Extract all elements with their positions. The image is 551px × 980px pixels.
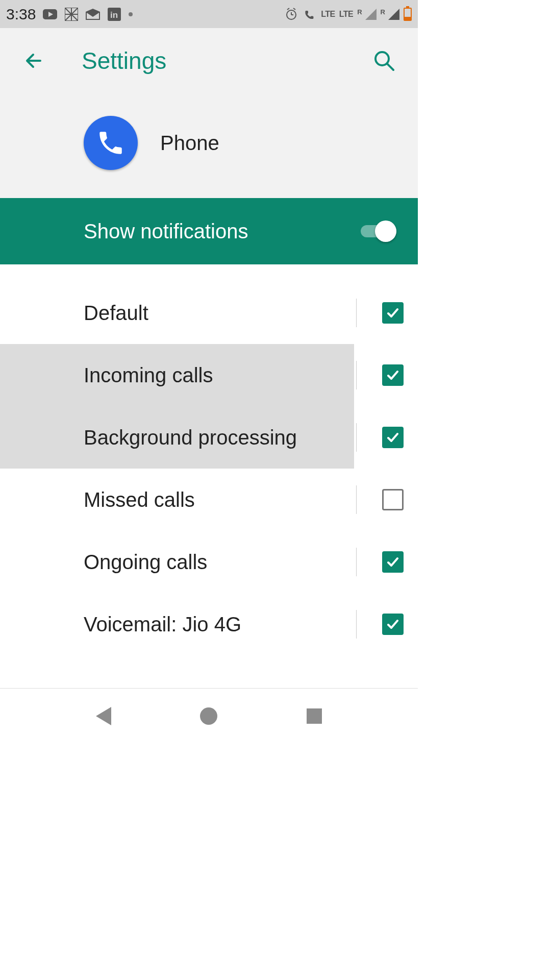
page-title: Settings	[82, 47, 372, 75]
signal1-icon	[365, 9, 377, 20]
channel-checkbox[interactable]	[382, 614, 404, 635]
youtube-icon	[43, 7, 57, 21]
app-icon	[84, 116, 138, 170]
channel-label-area[interactable]: Background processing	[0, 406, 354, 469]
hash-icon	[64, 7, 79, 21]
nav-back-button[interactable]	[88, 701, 119, 731]
nav-back-icon	[96, 707, 111, 725]
channel-label: Ongoing calls	[84, 551, 207, 574]
channel-checkbox[interactable]	[382, 489, 404, 510]
more-notifications-icon	[129, 12, 133, 16]
channel-checkbox-area[interactable]	[368, 469, 418, 531]
channel-row: Default	[0, 282, 418, 344]
channel-checkbox-area[interactable]	[368, 593, 418, 655]
nav-home-icon	[200, 707, 217, 725]
nav-recent-icon	[307, 708, 322, 724]
channel-checkbox-area[interactable]	[368, 406, 418, 469]
channel-row: Ongoing calls	[0, 531, 418, 593]
notification-channel-list: DefaultIncoming callsBackground processi…	[0, 264, 418, 688]
channel-label: Incoming calls	[84, 364, 213, 387]
channel-row: Background processing	[0, 406, 418, 469]
channel-label-area[interactable]: Incoming calls	[0, 344, 354, 406]
battery-icon	[404, 8, 412, 21]
svg-line-14	[287, 8, 289, 10]
channel-checkbox[interactable]	[382, 302, 404, 324]
channel-checkbox-area[interactable]	[368, 344, 418, 406]
channel-label: Default	[84, 302, 148, 325]
channel-checkbox-area[interactable]	[368, 282, 418, 344]
channel-label: Background processing	[84, 426, 297, 449]
channel-label-area[interactable]: Default	[0, 282, 354, 344]
channel-label: Missed calls	[84, 488, 195, 511]
show-notifications-switch[interactable]	[361, 220, 396, 242]
channel-label-area[interactable]: Ongoing calls	[0, 531, 354, 593]
channel-checkbox[interactable]	[382, 551, 404, 573]
roaming1-label: R	[357, 8, 362, 16]
divider	[356, 610, 357, 639]
check-icon	[385, 368, 400, 383]
back-button[interactable]	[21, 48, 46, 73]
check-icon	[385, 430, 400, 445]
channel-row: Voicemail: Jio 4G	[0, 593, 418, 655]
divider	[356, 361, 357, 389]
divider	[356, 485, 357, 514]
show-notifications-label: Show notifications	[84, 220, 361, 243]
channel-checkbox[interactable]	[382, 427, 404, 448]
divider	[356, 548, 357, 576]
svg-line-15	[293, 8, 295, 10]
show-notifications-row[interactable]: Show notifications	[0, 198, 418, 264]
nav-recent-button[interactable]	[299, 701, 330, 731]
volte-icon	[303, 7, 317, 21]
signal2-icon	[388, 9, 399, 20]
lte2-label: LTE	[339, 10, 354, 19]
channel-row: Missed calls	[0, 469, 418, 531]
app-header: Phone	[0, 93, 418, 198]
svg-line-17	[387, 64, 393, 70]
channel-label-area[interactable]: Missed calls	[0, 469, 354, 531]
channel-checkbox[interactable]	[382, 364, 404, 386]
check-icon	[385, 617, 400, 632]
channel-checkbox-area[interactable]	[368, 531, 418, 593]
roaming2-label: R	[381, 8, 385, 16]
svg-text:in: in	[110, 10, 118, 20]
nav-home-button[interactable]	[193, 701, 224, 731]
search-button[interactable]	[372, 48, 396, 73]
system-nav-bar	[0, 688, 418, 743]
channel-label: Voicemail: Jio 4G	[84, 613, 241, 636]
check-icon	[385, 305, 400, 321]
divider	[356, 423, 357, 452]
arrow-left-icon	[23, 50, 44, 71]
app-name-label: Phone	[160, 132, 219, 155]
status-time: 3:38	[6, 6, 36, 23]
check-icon	[385, 554, 400, 570]
search-icon	[373, 50, 395, 72]
channel-label-area[interactable]: Voicemail: Jio 4G	[0, 593, 354, 655]
alarm-icon	[284, 7, 298, 21]
lte1-label: LTE	[321, 10, 335, 19]
phone-icon	[96, 128, 126, 158]
linkedin-icon: in	[107, 7, 121, 21]
status-bar: 3:38 in LTE LTE R	[0, 0, 418, 28]
mail-icon	[86, 7, 100, 21]
channel-row: Incoming calls	[0, 344, 418, 406]
app-bar: Settings	[0, 28, 418, 93]
divider	[356, 299, 357, 327]
